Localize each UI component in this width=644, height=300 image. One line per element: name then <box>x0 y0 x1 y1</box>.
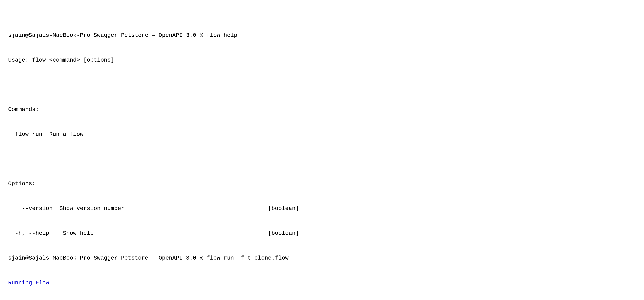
line-3 <box>8 81 636 89</box>
line-4: Commands: <box>8 106 636 114</box>
terminal-content: sjain@Sajals-MacBook-Pro Swagger Petstor… <box>8 6 636 300</box>
line-running-flow: Running Flow <box>8 279 636 287</box>
line-10: sjain@Sajals-MacBook-Pro Swagger Petstor… <box>8 254 636 262</box>
line-5: flow run Run a flow <box>8 130 636 139</box>
line-2: Usage: flow <command> [options] <box>8 56 636 64</box>
line-1: sjain@Sajals-MacBook-Pro Swagger Petstor… <box>8 31 636 40</box>
line-6 <box>8 155 636 163</box>
line-7: Options: <box>8 180 636 188</box>
line-8: --version Show version number [boolean] <box>8 204 636 213</box>
terminal-window: sjain@Sajals-MacBook-Pro Swagger Petstor… <box>8 6 636 300</box>
line-9: -h, --help Show help [boolean] <box>8 229 636 238</box>
